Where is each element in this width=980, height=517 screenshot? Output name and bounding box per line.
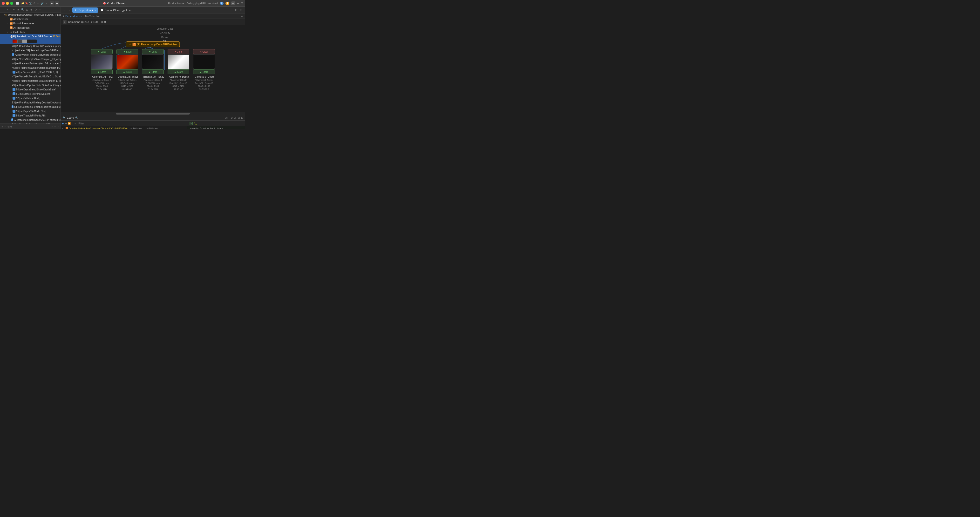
tree-item-45[interactable]: › f 45 [setFragmentSamplerStates:{Sample… — [0, 65, 60, 70]
tree-item-call-stack[interactable]: ▾ ≡ Call Stack — [0, 30, 60, 34]
list-icon[interactable]: ≡ — [12, 8, 16, 11]
maximize-button[interactable] — [10, 2, 13, 5]
view-icon[interactable]: ⊙ — [231, 116, 233, 119]
tree-item-56[interactable]: › f 56 [setTriangleFillMode:Fill] — [0, 113, 60, 118]
camera-icon[interactable]: 📷 — [29, 2, 32, 5]
scroll-thumb[interactable] — [116, 113, 190, 115]
store-btn-5[interactable]: ▲ Store — [193, 70, 215, 74]
tree-item-41[interactable]: › f 41 [setLabel:"[R] RenderLoop.DrawSRP… — [0, 48, 60, 52]
expand-arrow: › — [10, 54, 11, 56]
filter-icon: ⊞ — [2, 125, 3, 128]
zoom-bar: 🔍 113% 🔍 All : ⊙ ⚠ ⊞ ⊡ — [61, 115, 245, 121]
split-view-button[interactable]: ⊞ — [241, 2, 243, 5]
x-filter-icon[interactable]: ✕ — [57, 125, 59, 128]
breadcrumb-right-btn[interactable]: ◈ — [241, 15, 243, 17]
graph-center-node[interactable]: ⚠ f [R] RenderLoop.DrawSRPBatcher — [126, 41, 180, 47]
bookmark-icon[interactable]: 🔖 — [25, 2, 29, 5]
shape-icon[interactable]: ◇ — [36, 2, 40, 5]
tree-label: 46 [setViewport:{0, 0, 3840, 2160, 0, 1}… — [16, 71, 59, 73]
tree-item-48[interactable]: › f 48 [setFragmentBuffers:{ScratchBuffe… — [0, 79, 60, 83]
clear-btn-5[interactable]: ✕ Clear — [193, 49, 215, 54]
sidebar-toggle-icon[interactable]: ⬜ — [16, 2, 19, 5]
log-item-0[interactable]: ▾ "Hidden/Sekai/Live/Character/Toon-v3" … — [61, 127, 187, 129]
minimize-button[interactable] — [6, 2, 9, 5]
highlight-icon[interactable]: □ — [44, 2, 48, 5]
grid-icon[interactable]: ⊞ — [238, 116, 240, 119]
tree-item-52[interactable]: › f 52 [setCullMode:Back] — [0, 96, 60, 100]
horizontal-scrollbar[interactable] — [61, 112, 245, 115]
tree-label: 45 [setFragmentSamplerStates:{Sampler_fl… — [12, 67, 60, 69]
tree-label: 41 [setLabel:"[R] RenderLoop.DrawSRPBatc… — [12, 49, 60, 52]
play-button[interactable]: ▶ — [55, 1, 59, 6]
link2-icon[interactable]: ⬡ — [34, 8, 37, 11]
bookmark2-icon[interactable]: ⊞ — [17, 8, 20, 11]
tree-item-47[interactable]: › f 47 [setVertexBuffers:{ScratchBuffer0… — [0, 74, 60, 79]
store-btn-1[interactable]: ▲ Store — [91, 70, 113, 74]
expand-right-button[interactable]: ⊞ — [234, 8, 238, 12]
options-icon[interactable]: ⋯ — [38, 8, 42, 11]
tree-item-53[interactable]: › f 53 [setFrontFacingWinding:CounterClo… — [0, 100, 60, 105]
warn-filter-icon[interactable]: ⚠ — [54, 125, 56, 128]
tree-label: 39 [pushDebugGroup:"RenderLoop.DrawSRPBa… — [8, 13, 60, 16]
breadcrumb-dependencies[interactable]: Dependencies — [65, 15, 82, 17]
nav-forward-button[interactable]: › — [67, 8, 72, 12]
store-btn-3[interactable]: ▲ Store — [142, 70, 164, 74]
bottom-left-filter: ▶ ⏭ ⏩ ↺ ⊙ — [61, 121, 187, 126]
folder-icon[interactable]: 📁 — [21, 2, 25, 5]
tree-item-54[interactable]: › f 54 [setDepthBias:-0 slopeScale:-0 cl… — [0, 105, 60, 109]
tree-item-50[interactable]: › f 50 [setDepthStencilState:DepthState] — [0, 87, 60, 92]
tree-item-55[interactable]: › f 55 [setDepthClipMode:Clip] — [0, 109, 60, 113]
store-btn-2[interactable]: ▲ Store — [116, 70, 138, 74]
warn-zoom-icon[interactable]: ⚠ — [234, 116, 236, 119]
split-right-button[interactable]: ⊡ — [239, 8, 243, 12]
log-expand-0: ▾ — [62, 127, 65, 129]
load-btn-1[interactable]: ▼ Load — [91, 49, 113, 54]
right-log-0: no setting found for hook_frame — [188, 127, 245, 129]
close-button[interactable] — [2, 2, 5, 5]
clear-btn-4[interactable]: ✕ Clear — [168, 49, 189, 54]
highlight2-icon[interactable]: ◈ — [30, 8, 33, 11]
perf-badge: 22.56% — [52, 35, 60, 38]
breadcrumb-no-selection: No Selection — [85, 15, 100, 17]
tab-dependencies[interactable]: ◈ Dependencies — [72, 8, 98, 13]
bottom-filter-input[interactable] — [78, 122, 186, 125]
expand-icon[interactable]: ⊡ — [241, 116, 243, 119]
tree-item-43[interactable]: › f 43 [setVertexSamplerState:Sampler_fl… — [0, 57, 60, 61]
tree-item-44[interactable]: › f 44 [setFragmentTextures:{tex_BG_N_st… — [0, 61, 60, 65]
load-btn-3[interactable]: ▼ Load — [142, 49, 164, 54]
traffic-lights — [2, 2, 13, 5]
tree-item-selected-func[interactable]: ▾ f [R] RenderLoop.DrawSRPBatcher 22.56% — [0, 34, 60, 38]
tab-gputrace[interactable]: 📄 ProductName.gputrace — [99, 8, 134, 13]
expand-arrow: › — [10, 75, 10, 78]
stop-button[interactable]: ■ — [50, 1, 54, 6]
expand-arrow: ▾ — [10, 35, 11, 38]
tag-icon[interactable]: ◻ — [25, 8, 29, 11]
zoom-icon: 🔍 — [63, 116, 65, 119]
warning-icon[interactable]: ⚠ — [32, 2, 36, 5]
store-btn-4[interactable]: ▲ Store — [168, 70, 189, 74]
tree-item-51[interactable]: › f 51 [setStencilReferenceValue:0] — [0, 92, 60, 96]
tree-item-49[interactable]: › f 49 [setRenderPipelineState:Sekai/Liv… — [0, 83, 60, 87]
tree-item-46[interactable]: › f 46 [setViewport:{0, 0, 3840, 2160, 0… — [0, 70, 60, 74]
func-icon: f — [11, 80, 11, 82]
load-btn-2[interactable]: ▼ Load — [116, 49, 138, 54]
tree-item-all-resources[interactable]: › R All Resources — [0, 25, 60, 30]
tree-item-attachments[interactable]: › R Attachments — [0, 17, 60, 21]
tree-item-57[interactable]: › f 57 [setVertexBufferOffset:262144 atI… — [0, 118, 60, 122]
tree-item-42[interactable]: › f 42 [setVertexTexture:UnityWhite atIn… — [0, 52, 60, 57]
left-filter-input[interactable] — [7, 125, 50, 128]
graph-area: Execution Cost 22.56% Draws 27 ⚠ f [R] R… — [61, 25, 245, 112]
store-icon-1: ▲ — [97, 71, 100, 73]
tree-item-40[interactable]: › f 40 [R] RenderLoop.DrawSRPBatcher = [… — [0, 44, 60, 48]
nav-back-icon[interactable]: ‹ — [2, 8, 5, 11]
nav-back-button[interactable]: ‹ — [63, 8, 67, 12]
tree-item-group-39[interactable]: ▾ ⊞ 39 [pushDebugGroup:"RenderLoop.DrawS… — [0, 13, 60, 17]
expand-arrow: › — [10, 119, 11, 121]
add-button[interactable]: + — [237, 2, 239, 5]
search-icon[interactable]: 🔍 — [21, 8, 24, 11]
tree-item-bound-resources[interactable]: › R Bound Resources — [0, 21, 60, 25]
link-icon[interactable]: 🔗 — [40, 2, 44, 5]
filter-options-icon[interactable]: ⋯ — [51, 125, 53, 128]
expand-arrow: › — [10, 102, 10, 104]
nav-forward-icon[interactable]: › — [6, 8, 9, 11]
